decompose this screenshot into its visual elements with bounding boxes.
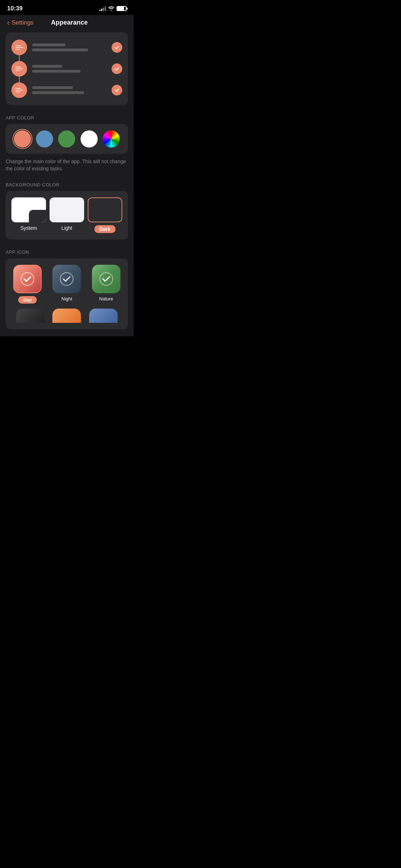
signal-icon <box>99 6 106 11</box>
svg-point-2 <box>100 273 113 285</box>
app-icon-day <box>13 265 42 293</box>
svg-point-0 <box>21 273 34 285</box>
icon-grid-card: Day Night <box>6 258 128 329</box>
wifi-icon <box>108 6 114 12</box>
preview-lines-3 <box>32 86 107 94</box>
check-icon-1 <box>114 45 120 50</box>
check-icon-2 <box>114 66 120 72</box>
icon-label-night: Night <box>61 296 72 301</box>
list-icon-1 <box>15 45 23 50</box>
status-icons <box>99 6 127 12</box>
back-label: Settings <box>12 19 34 26</box>
icon-grid: Day Night <box>10 265 124 304</box>
bg-thumbnail-dark <box>88 197 122 222</box>
check-circle-3 <box>112 85 122 95</box>
svg-point-1 <box>60 273 73 285</box>
app-icon-nature <box>92 265 120 293</box>
icon-partial-orange <box>52 309 81 323</box>
check-icon-3 <box>114 87 120 93</box>
status-bar: 10:39 <box>0 0 134 15</box>
color-hint: Change the main color of the app. This w… <box>6 158 128 172</box>
bg-color-label: BACKGROUND COLOR <box>6 182 128 187</box>
preview-lines-2 <box>32 65 107 73</box>
color-blue[interactable] <box>36 130 53 148</box>
color-green[interactable] <box>58 130 75 148</box>
icon-row-bottom <box>10 309 124 323</box>
bg-option-dark[interactable]: Dark <box>88 197 122 233</box>
main-content: APP COLOR Change the main color of the a… <box>0 32 134 336</box>
check-circle-2 <box>112 63 122 74</box>
list-icon-3 <box>15 88 23 92</box>
icon-label-nature: Nature <box>99 296 113 301</box>
icon-partial-dark <box>16 309 45 323</box>
status-time: 10:39 <box>7 5 22 12</box>
back-chevron-icon: ‹ <box>7 19 10 27</box>
nav-bar: ‹ Settings Appearance <box>0 15 134 32</box>
preview-card <box>6 32 128 105</box>
preview-item-1 <box>11 40 122 55</box>
icon-item-night[interactable]: Night <box>52 265 81 304</box>
icon-bottom-1 <box>14 309 46 323</box>
bg-options: System Light Dark <box>11 197 122 233</box>
bg-option-system[interactable]: System <box>11 197 46 231</box>
color-rainbow[interactable] <box>103 130 120 148</box>
preview-lines-1 <box>32 43 107 51</box>
preview-circle-3 <box>11 82 27 98</box>
bg-label-system: System <box>20 225 37 231</box>
night-icon-svg <box>58 270 76 288</box>
bg-label-dark: Dark <box>94 225 115 233</box>
bg-label-light: Light <box>61 225 72 231</box>
icon-bottom-3 <box>87 309 119 323</box>
preview-item-3 <box>11 82 122 98</box>
icon-label-day: Day <box>18 296 37 304</box>
color-picker-card <box>6 124 128 154</box>
list-icon-2 <box>15 67 23 71</box>
preview-circle-2 <box>11 61 27 77</box>
icon-bottom-2 <box>51 309 83 323</box>
bg-option-light[interactable]: Light <box>50 197 84 231</box>
color-white[interactable] <box>81 130 98 148</box>
page-title: Appearance <box>34 19 105 26</box>
icon-item-nature[interactable]: Nature <box>92 265 120 304</box>
nature-icon-svg <box>97 270 115 288</box>
bg-color-card: System Light Dark <box>6 191 128 239</box>
preview-circle-1 <box>11 40 27 55</box>
app-color-label: APP COLOR <box>6 115 128 120</box>
day-icon-svg <box>19 270 36 288</box>
back-button[interactable]: ‹ Settings <box>7 19 34 27</box>
app-icon-night <box>52 265 81 293</box>
bg-thumbnail-light <box>50 197 84 222</box>
icon-item-day[interactable]: Day <box>13 265 42 304</box>
check-circle-1 <box>112 42 122 53</box>
icon-partial-blue <box>89 309 118 323</box>
bg-thumbnail-system <box>11 197 46 222</box>
battery-icon <box>117 6 127 11</box>
color-salmon[interactable] <box>14 130 31 148</box>
preview-item-2 <box>11 61 122 77</box>
app-icon-label: APP ICON <box>6 249 128 255</box>
